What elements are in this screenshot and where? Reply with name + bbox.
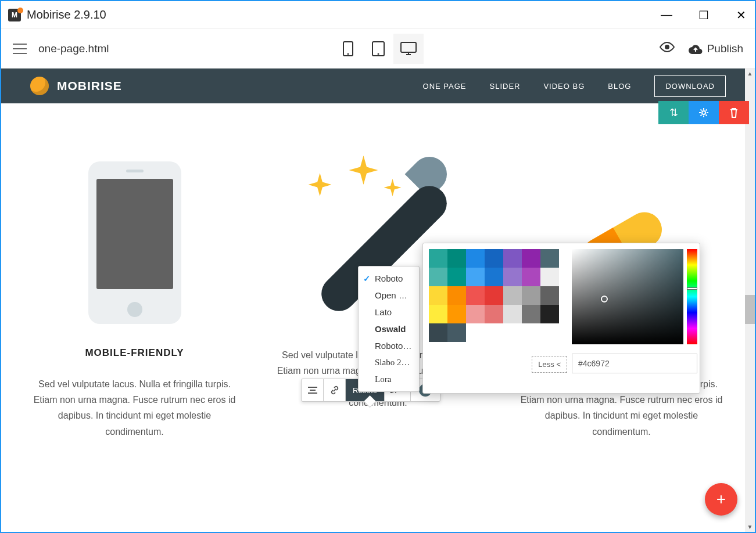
- logo-icon: [30, 77, 49, 95]
- scroll-down-icon[interactable]: ▼: [745, 522, 755, 532]
- feature-title[interactable]: MOBILE-FRIENDLY: [24, 347, 245, 359]
- svg-point-8: [702, 111, 705, 114]
- feature-text[interactable]: Sed vel vulputate lacus. Nulla et fringi…: [24, 376, 245, 440]
- color-swatch[interactable]: [522, 305, 540, 323]
- window-titlebar: M Mobirise 2.9.10 — ☐ ✕: [1, 1, 755, 29]
- color-swatch[interactable]: [540, 268, 559, 286]
- feature-1[interactable]: MOBILE-FRIENDLY Sed vel vulputate lacus.…: [24, 161, 245, 440]
- hue-cursor[interactable]: [687, 287, 697, 290]
- color-swatch[interactable]: [503, 268, 522, 286]
- font-dropdown: Roboto Open Sa… Lato Oswald Roboto C… Sl…: [358, 266, 420, 392]
- scroll-thumb[interactable]: [745, 295, 755, 324]
- color-swatch[interactable]: [485, 249, 503, 268]
- color-swatch[interactable]: [466, 286, 485, 305]
- svg-point-3: [377, 53, 379, 55]
- color-swatches: [429, 249, 567, 342]
- minimize-button[interactable]: —: [660, 8, 673, 22]
- publish-label: Publish: [707, 42, 743, 55]
- preview-icon[interactable]: [660, 42, 675, 55]
- color-swatch[interactable]: [466, 268, 485, 286]
- cloud-upload-icon: [689, 44, 703, 54]
- color-swatch[interactable]: [522, 286, 540, 305]
- color-swatch[interactable]: [540, 249, 559, 268]
- color-swatch[interactable]: [485, 268, 503, 286]
- font-option-opensans[interactable]: Open Sa…: [359, 287, 419, 304]
- app-icon: M: [8, 9, 21, 21]
- color-swatch[interactable]: [429, 305, 447, 323]
- viewport-switcher: [333, 34, 424, 64]
- hue-slider[interactable]: [687, 249, 697, 344]
- app-title: Mobirise 2.9.10: [27, 8, 106, 21]
- phone-icon: [24, 161, 245, 324]
- color-swatch[interactable]: [429, 268, 447, 286]
- svg-point-7: [665, 45, 669, 49]
- viewport-desktop-icon[interactable]: [393, 34, 424, 64]
- color-swatch[interactable]: [466, 305, 485, 323]
- nav-item-blog[interactable]: BLOG: [608, 82, 631, 91]
- color-swatch[interactable]: [466, 249, 485, 268]
- less-button[interactable]: Less <: [532, 356, 567, 373]
- color-swatch[interactable]: [447, 323, 466, 342]
- nav-item-slider[interactable]: SLIDER: [489, 82, 520, 91]
- block-settings-button[interactable]: [689, 101, 719, 124]
- menu-icon[interactable]: [13, 44, 27, 54]
- align-button[interactable]: [302, 379, 324, 401]
- color-swatch[interactable]: [485, 305, 503, 323]
- design-canvas: MOBIRISE ONE PAGE SLIDER VIDEO BG BLOG D…: [1, 69, 755, 533]
- filename-label[interactable]: one-page.html: [38, 42, 109, 55]
- color-swatch[interactable]: [522, 249, 540, 268]
- logo-text[interactable]: MOBIRISE: [57, 79, 122, 93]
- nav-item-onepage[interactable]: ONE PAGE: [423, 82, 467, 91]
- scroll-up-icon[interactable]: ▲: [745, 69, 755, 78]
- font-option-lato[interactable]: Lato: [359, 304, 419, 320]
- color-swatch[interactable]: [540, 286, 559, 305]
- app-toolbar: one-page.html Publish: [1, 29, 755, 69]
- svg-point-1: [347, 53, 349, 55]
- color-swatch[interactable]: [429, 286, 447, 305]
- add-block-button[interactable]: +: [705, 483, 737, 516]
- block-delete-button[interactable]: [719, 101, 749, 124]
- color-swatch[interactable]: [447, 305, 466, 323]
- color-swatch[interactable]: [429, 249, 447, 268]
- block-move-button[interactable]: ⇅: [658, 101, 689, 124]
- viewport-mobile-icon[interactable]: [333, 34, 363, 64]
- nav-download-button[interactable]: DOWNLOAD: [654, 75, 726, 97]
- font-option-slabo[interactable]: Slabo 27px: [359, 354, 419, 371]
- font-option-oswald[interactable]: Oswald: [359, 320, 419, 337]
- site-nav: ONE PAGE SLIDER VIDEO BG BLOG DOWNLOAD: [423, 75, 726, 97]
- color-swatch[interactable]: [522, 268, 540, 286]
- color-picker-popup: Less <: [422, 243, 700, 394]
- site-header[interactable]: MOBIRISE ONE PAGE SLIDER VIDEO BG BLOG D…: [1, 69, 755, 103]
- close-button[interactable]: ✕: [734, 8, 748, 22]
- color-swatch[interactable]: [540, 305, 559, 323]
- color-swatch[interactable]: [503, 305, 522, 323]
- color-swatch[interactable]: [503, 249, 522, 268]
- maximize-button[interactable]: ☐: [697, 8, 711, 22]
- font-option-robotoc[interactable]: Roboto C…: [359, 337, 419, 354]
- svg-rect-4: [401, 42, 416, 52]
- block-controls: ⇅: [658, 101, 749, 124]
- saturation-box[interactable]: [572, 249, 683, 344]
- color-swatch[interactable]: [447, 286, 466, 305]
- color-swatch[interactable]: [485, 286, 503, 305]
- vertical-scrollbar[interactable]: ▲ ▼: [745, 69, 755, 532]
- nav-item-videobg[interactable]: VIDEO BG: [543, 82, 585, 91]
- font-option-lora[interactable]: Lora: [359, 371, 419, 388]
- link-button[interactable]: [324, 379, 346, 401]
- saturation-cursor[interactable]: [601, 296, 608, 302]
- color-swatch[interactable]: [429, 323, 447, 342]
- color-swatch[interactable]: [447, 249, 466, 268]
- color-swatch[interactable]: [447, 268, 466, 286]
- publish-button[interactable]: Publish: [689, 42, 743, 55]
- hex-input[interactable]: [572, 354, 697, 373]
- color-swatch[interactable]: [503, 286, 522, 305]
- font-option-roboto[interactable]: Roboto: [359, 270, 419, 287]
- viewport-tablet-icon[interactable]: [363, 34, 393, 64]
